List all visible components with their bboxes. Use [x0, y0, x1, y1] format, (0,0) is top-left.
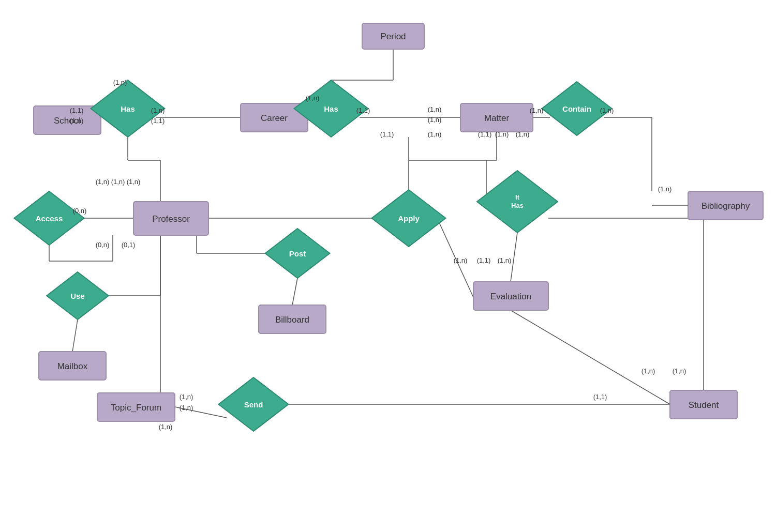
svg-text:(1,n): (1,n) — [658, 185, 672, 193]
svg-text:(1,n): (1,n) — [111, 178, 125, 186]
svg-text:(1,n): (1,n) — [530, 107, 544, 114]
svg-text:(1,n): (1,n) — [306, 94, 320, 102]
er-diagram: SchoolCareerMatterPeriodBibliographyProf… — [0, 0, 776, 532]
svg-text:(1,n): (1,n) — [180, 393, 193, 401]
svg-text:(1,1): (1,1) — [151, 117, 165, 125]
svg-text:(1,n): (1,n) — [495, 130, 509, 138]
svg-text:(1,n): (1,n) — [70, 117, 84, 125]
svg-text:(0,1): (0,1) — [122, 241, 136, 249]
svg-text:(1,1): (1,1) — [380, 130, 394, 138]
svg-text:Use: Use — [70, 292, 85, 300]
svg-text:Apply: Apply — [398, 214, 420, 223]
svg-text:Period: Period — [380, 32, 406, 41]
svg-text:(1,n): (1,n) — [159, 423, 173, 431]
svg-text:Access: Access — [36, 214, 63, 223]
svg-text:(1,n): (1,n) — [600, 107, 614, 114]
svg-text:(1,n): (1,n) — [454, 256, 468, 264]
svg-text:Bibliography: Bibliography — [702, 201, 750, 211]
svg-text:Has: Has — [324, 104, 338, 113]
svg-text:Contain: Contain — [562, 104, 591, 113]
svg-line-32 — [72, 320, 78, 352]
svg-text:(1,n): (1,n) — [428, 105, 442, 113]
svg-text:(1,n): (1,n) — [127, 178, 141, 186]
svg-text:Matter: Matter — [484, 113, 510, 123]
svg-text:(1,n): (1,n) — [673, 367, 687, 375]
svg-text:It: It — [515, 193, 520, 201]
svg-text:Professor: Professor — [152, 214, 190, 224]
svg-text:(1,1): (1,1) — [478, 130, 492, 138]
svg-text:(1,n): (1,n) — [641, 367, 655, 375]
svg-text:(1,1): (1,1) — [356, 107, 370, 114]
svg-text:Send: Send — [244, 400, 263, 409]
svg-line-29 — [292, 278, 297, 305]
svg-text:(1,1): (1,1) — [70, 107, 84, 114]
svg-text:(0,n): (0,n) — [96, 241, 110, 249]
svg-text:Billboard: Billboard — [275, 315, 309, 325]
svg-text:Topic_Forum: Topic_Forum — [111, 403, 161, 413]
svg-text:(1,n): (1,n) — [428, 116, 442, 124]
svg-text:Mailbox: Mailbox — [57, 361, 88, 371]
svg-text:(1,n): (1,n) — [428, 130, 442, 138]
svg-text:(1,1): (1,1) — [593, 393, 607, 401]
svg-line-39 — [511, 310, 670, 404]
svg-text:Career: Career — [261, 113, 288, 123]
svg-text:Post: Post — [289, 249, 306, 258]
svg-text:(1,1): (1,1) — [477, 256, 491, 264]
svg-text:(1,n): (1,n) — [180, 404, 193, 412]
svg-text:(1,n): (1,n) — [516, 130, 530, 138]
svg-text:Evaluation: Evaluation — [490, 292, 531, 301]
svg-text:(1,n): (1,n) — [96, 178, 110, 186]
svg-text:(1,n): (1,n) — [113, 79, 127, 86]
svg-line-24 — [511, 233, 517, 282]
diagram-canvas: SchoolCareerMatterPeriodBibliographyProf… — [0, 0, 776, 532]
svg-text:Has: Has — [121, 104, 135, 113]
svg-text:(1,n): (1,n) — [498, 256, 512, 264]
svg-text:Student: Student — [689, 400, 719, 410]
svg-text:(0,n): (0,n) — [73, 207, 87, 215]
svg-text:Has: Has — [511, 202, 524, 209]
svg-text:(1,n): (1,n) — [151, 107, 165, 114]
